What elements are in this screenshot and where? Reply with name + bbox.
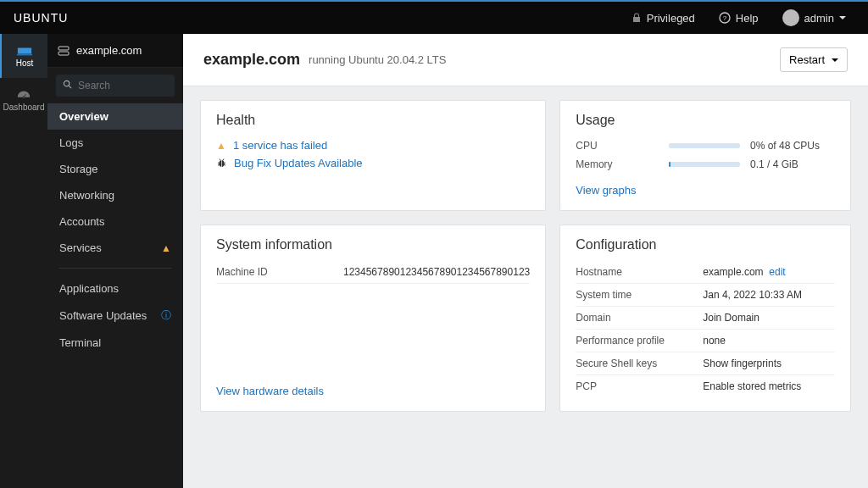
svg-line-9 bbox=[69, 86, 71, 88]
memory-bar bbox=[669, 162, 740, 167]
page-title: example.com bbox=[203, 51, 300, 69]
chevron-down-icon bbox=[839, 16, 846, 19]
brand: UBUNTU bbox=[14, 11, 68, 25]
rail-host[interactable]: Host bbox=[0, 34, 47, 78]
svg-line-15 bbox=[224, 165, 225, 166]
warning-icon: ▲ bbox=[161, 242, 171, 254]
topbar: UBUNTU Privileged ? Help admin bbox=[0, 0, 868, 34]
sysinfo-card: System information Machine ID 1234567890… bbox=[200, 225, 546, 412]
svg-rect-7 bbox=[58, 52, 69, 55]
help-button[interactable]: ? Help bbox=[710, 1, 767, 35]
restart-button[interactable]: Restart bbox=[780, 47, 848, 72]
sidebar-item-terminal[interactable]: Terminal bbox=[47, 330, 183, 356]
perf-label: Performance profile bbox=[576, 335, 703, 347]
pcp-link[interactable]: Enable stored metrics bbox=[703, 380, 801, 392]
cpu-label: CPU bbox=[576, 140, 669, 152]
ssh-fingerprints-link[interactable]: Show fingerprints bbox=[703, 358, 782, 369]
ssh-label: Secure Shell keys bbox=[576, 358, 703, 369]
warning-icon: ▲ bbox=[216, 140, 226, 152]
perf-value: none bbox=[703, 335, 726, 347]
dashboard-icon bbox=[16, 89, 31, 101]
sidebar: example.com Overview Logs Storage Networ… bbox=[47, 34, 183, 488]
join-domain-link[interactable]: Join Domain bbox=[703, 312, 760, 324]
view-hardware-link[interactable]: View hardware details bbox=[216, 385, 324, 397]
sidebar-item-services[interactable]: Services▲ bbox=[47, 235, 183, 261]
svg-rect-2 bbox=[18, 47, 31, 53]
rail-dashboard[interactable]: Dashboard bbox=[0, 78, 47, 122]
help-icon: ? bbox=[719, 12, 731, 24]
usage-card: Usage CPU 0% of 48 CPUs Memory 0.1 / 4 G… bbox=[559, 100, 851, 211]
bug-icon bbox=[216, 158, 227, 169]
domain-label: Domain bbox=[576, 312, 703, 324]
card-title: Health bbox=[216, 113, 530, 128]
svg-text:?: ? bbox=[723, 14, 727, 22]
page-header: example.com running Ubuntu 20.04.2 LTS R… bbox=[183, 34, 868, 86]
sidebar-item-accounts[interactable]: Accounts bbox=[47, 208, 183, 235]
view-graphs-link[interactable]: View graphs bbox=[576, 184, 636, 197]
pcp-label: PCP bbox=[576, 380, 703, 392]
hostname-label: Hostname bbox=[576, 266, 703, 278]
host-chip[interactable]: example.com bbox=[47, 34, 183, 68]
config-card: Configuration Hostname example.com edit … bbox=[559, 225, 851, 412]
sidebar-item-storage[interactable]: Storage bbox=[47, 156, 183, 182]
cpu-value: 0% of 48 CPUs bbox=[750, 140, 835, 152]
sidebar-item-overview[interactable]: Overview bbox=[47, 103, 183, 130]
server-icon bbox=[58, 45, 70, 57]
svg-line-16 bbox=[220, 159, 220, 161]
search-icon bbox=[63, 80, 72, 91]
health-updates-link[interactable]: Bug Fix Updates Available bbox=[234, 157, 363, 169]
lock-icon bbox=[632, 13, 642, 23]
svg-line-17 bbox=[223, 159, 224, 161]
hostname-value: example.com bbox=[703, 266, 763, 278]
card-title: Usage bbox=[576, 113, 835, 128]
cpu-bar bbox=[669, 143, 740, 148]
user-menu[interactable]: admin bbox=[774, 1, 854, 35]
chevron-down-icon bbox=[832, 58, 838, 62]
sidebar-item-applications[interactable]: Applications bbox=[47, 275, 183, 302]
info-icon: ⓘ bbox=[161, 308, 171, 323]
memory-label: Memory bbox=[576, 158, 669, 170]
machine-id-value: 123456789012345678901234567890123 bbox=[343, 266, 530, 278]
sidebar-item-logs[interactable]: Logs bbox=[47, 130, 183, 156]
health-card: Health ▲ 1 service has failed Bug Fix Up… bbox=[200, 100, 546, 211]
avatar bbox=[782, 9, 799, 26]
nav-rail: Host Dashboard bbox=[0, 34, 47, 488]
sidebar-item-networking[interactable]: Networking bbox=[47, 182, 183, 208]
svg-line-14 bbox=[218, 165, 220, 166]
systime-label: System time bbox=[576, 289, 703, 301]
svg-rect-3 bbox=[17, 53, 32, 55]
host-icon bbox=[17, 45, 32, 57]
nav-separator bbox=[59, 268, 171, 269]
svg-rect-6 bbox=[58, 47, 69, 50]
edit-hostname-link[interactable]: edit bbox=[769, 266, 785, 278]
systime-link[interactable]: Jan 4, 2022 10:33 AM bbox=[703, 289, 802, 301]
card-title: System information bbox=[216, 237, 530, 252]
machine-id-label: Machine ID bbox=[216, 266, 343, 278]
card-title: Configuration bbox=[576, 237, 835, 252]
memory-value: 0.1 / 4 GiB bbox=[750, 158, 835, 170]
main-content: example.com running Ubuntu 20.04.2 LTS R… bbox=[183, 34, 868, 488]
page-subtitle: running Ubuntu 20.04.2 LTS bbox=[309, 53, 446, 66]
sidebar-item-software-updates[interactable]: Software Updatesⓘ bbox=[47, 302, 183, 330]
health-failed-link[interactable]: 1 service has failed bbox=[233, 139, 327, 152]
svg-point-8 bbox=[64, 80, 69, 86]
search-input[interactable] bbox=[56, 75, 175, 97]
privileged-indicator[interactable]: Privileged bbox=[623, 1, 704, 35]
